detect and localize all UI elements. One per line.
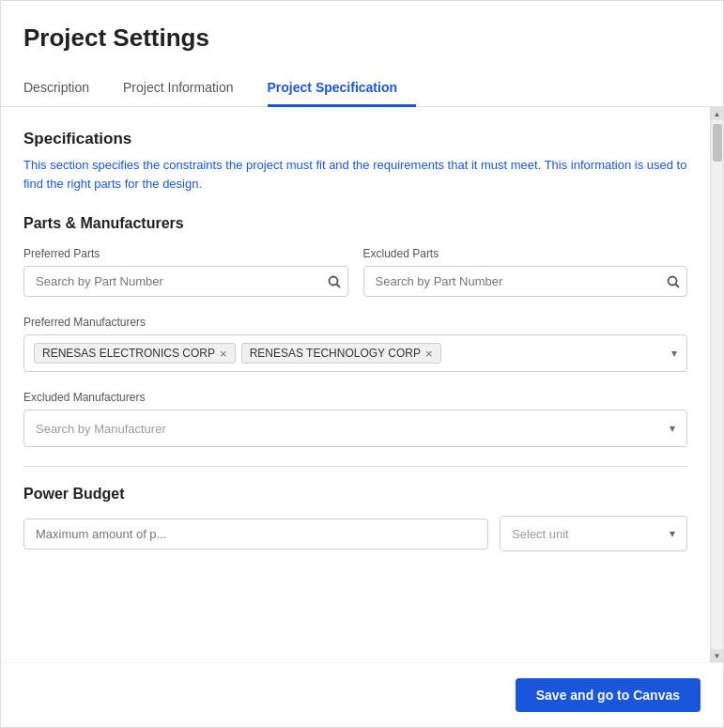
svg-point-0: [329, 276, 337, 285]
tag-renesas-electronics-remove[interactable]: ×: [220, 348, 227, 360]
scrollable-content: Specifications This section specifies th…: [1, 107, 710, 662]
excluded-manufacturers-chevron: ▾: [670, 422, 675, 435]
tab-project-specification[interactable]: Project Specification: [268, 70, 416, 107]
excluded-manufacturers-placeholder: Search by Manufacturer: [36, 422, 670, 436]
section-divider: [23, 466, 687, 467]
excluded-parts-input-wrapper: [363, 266, 688, 297]
app-window: Project Settings Description Project Inf…: [0, 0, 724, 728]
preferred-parts-input-wrapper: [23, 266, 348, 297]
specifications-description: This section specifies the constraints t…: [23, 156, 687, 193]
excluded-manufacturers-section: Excluded Manufacturers Search by Manufac…: [23, 391, 687, 447]
unit-select[interactable]: Select unit ▾: [500, 516, 687, 551]
preferred-manufacturers-section: Preferred Manufacturers RENESAS ELECTRON…: [23, 316, 687, 372]
excluded-parts-search-icon[interactable]: [667, 275, 680, 288]
tab-bar: Description Project Information Project …: [23, 70, 701, 106]
tag-renesas-technology: RENESAS TECHNOLOGY CORP ×: [241, 343, 441, 364]
specifications-title: Specifications: [23, 130, 687, 148]
preferred-parts-input[interactable]: [23, 266, 348, 297]
svg-point-2: [669, 276, 677, 285]
save-button[interactable]: Save and go to Canvas: [516, 678, 701, 712]
svg-line-3: [676, 284, 680, 287]
parts-manufacturers-title: Parts & Manufacturers: [23, 215, 687, 232]
tag-renesas-electronics: RENESAS ELECTRONICS CORP ×: [34, 343, 236, 364]
preferred-manufacturers-tag-input[interactable]: RENESAS ELECTRONICS CORP × RENESAS TECHN…: [23, 334, 687, 372]
scrollbar[interactable]: ▲ ▼: [710, 107, 723, 662]
excluded-manufacturers-dropdown[interactable]: Search by Manufacturer ▾: [23, 410, 687, 447]
preferred-parts-label: Preferred Parts: [23, 247, 348, 260]
tag-renesas-technology-remove[interactable]: ×: [425, 348, 433, 360]
scrollbar-down-arrow[interactable]: ▼: [711, 649, 724, 662]
excluded-parts-group: Excluded Parts: [363, 247, 688, 297]
power-amount-input[interactable]: [23, 519, 488, 550]
unit-chevron: ▾: [670, 527, 675, 540]
preferred-manufacturers-label: Preferred Manufacturers: [23, 316, 687, 329]
excluded-manufacturers-label: Excluded Manufacturers: [23, 391, 687, 404]
main-content: Specifications This section specifies th…: [1, 107, 723, 662]
preferred-parts-search-icon[interactable]: [328, 275, 341, 288]
excluded-parts-label: Excluded Parts: [363, 247, 688, 260]
page-footer: Save and go to Canvas: [1, 662, 723, 727]
page-title: Project Settings: [23, 23, 701, 53]
power-budget-title: Power Budget: [23, 486, 687, 503]
svg-line-1: [336, 284, 340, 287]
power-budget-row: Select unit ▾: [23, 516, 687, 551]
page-header: Project Settings Description Project Inf…: [1, 1, 723, 107]
scrollbar-thumb-area: [711, 120, 723, 649]
excluded-parts-input[interactable]: [363, 266, 688, 297]
tab-project-information[interactable]: Project Information: [123, 70, 253, 107]
parts-row: Preferred Parts Excluded Parts: [23, 247, 687, 297]
scrollbar-up-arrow[interactable]: ▲: [711, 107, 724, 120]
preferred-parts-group: Preferred Parts: [23, 247, 348, 297]
preferred-manufacturers-chevron: ▾: [671, 347, 677, 360]
scrollbar-thumb[interactable]: [713, 124, 722, 162]
unit-placeholder: Select unit: [512, 527, 670, 541]
tab-description[interactable]: Description: [23, 70, 108, 107]
